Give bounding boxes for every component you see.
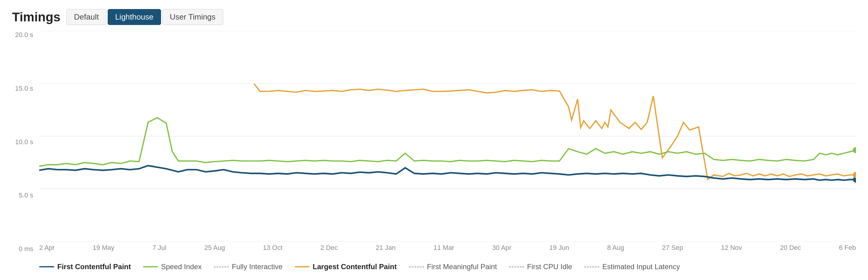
legend-line-si: [143, 266, 158, 267]
x-label-0: 2 Apr: [39, 244, 55, 256]
legend-label-fmp: First Meaningful Paint: [427, 262, 497, 271]
legend-label-fcp: First Contentful Paint: [57, 262, 131, 271]
chart-inner: 2 Apr 19 May 7 Jul 25 Aug 13 Oct 2 Dec 2…: [39, 31, 856, 271]
y-label-1: 15.0 s: [15, 84, 33, 93]
page-title: Timings: [12, 10, 60, 24]
si-dot: [853, 147, 856, 153]
legend-item-eil: Estimated Input Latency: [584, 262, 680, 271]
legend-label-lcp: Largest Contentful Paint: [313, 262, 397, 271]
x-label-7: 11 Mar: [433, 244, 454, 256]
legend-item-fci: First CPU Idle: [509, 262, 572, 271]
legend-item-fmp: First Meaningful Paint: [409, 262, 497, 271]
legend-line-fmp: [409, 267, 424, 267]
x-label-10: 8 Aug: [607, 244, 624, 256]
chart-svg: [39, 31, 856, 241]
lcp-dot: [853, 172, 856, 178]
chart-svg-container: [39, 31, 856, 241]
chart-area: 20.0 s 15.0 s 10.0 s 5.0 s 0 ms: [12, 31, 856, 271]
legend-item-fcp: First Contentful Paint: [39, 262, 131, 271]
x-label-9: 19 Jun: [549, 244, 569, 256]
x-label-14: 6 Feb: [839, 244, 856, 256]
legend-label-fci: First CPU Idle: [527, 262, 572, 271]
x-label-4: 13 Oct: [263, 244, 283, 256]
x-label-5: 2 Dec: [320, 244, 338, 256]
legend-line-eil: [584, 267, 599, 267]
tab-lighthouse[interactable]: Lighthouse: [108, 9, 161, 25]
y-axis: 20.0 s 15.0 s 10.0 s 5.0 s 0 ms: [12, 31, 36, 253]
x-label-3: 25 Aug: [204, 244, 225, 256]
legend-line-fci: [509, 267, 524, 267]
x-label-2: 7 Jul: [152, 244, 166, 256]
y-label-3: 5.0 s: [19, 191, 33, 199]
y-label-2: 10.0 s: [15, 138, 33, 146]
legend-line-lcp: [294, 266, 310, 267]
legend-label-fi: Fully Interactive: [232, 262, 283, 271]
legend-line-fi: [214, 267, 229, 267]
y-label-4: 0 ms: [19, 245, 33, 253]
x-label-1: 19 May: [93, 244, 114, 256]
legend-label-eil: Estimated Input Latency: [602, 262, 680, 271]
tab-user-timings[interactable]: User Timings: [162, 9, 223, 25]
x-label-11: 27 Sep: [662, 244, 683, 256]
header: Timings Default Lighthouse User Timings: [12, 9, 856, 25]
main-container: Timings Default Lighthouse User Timings …: [0, 0, 868, 280]
x-label-12: 12 Nov: [721, 244, 742, 256]
legend-label-si: Speed Index: [161, 262, 202, 271]
legend: First Contentful Paint Speed Index Fully…: [39, 256, 856, 271]
tab-group: Default Lighthouse User Timings: [66, 9, 223, 25]
x-label-8: 30 Apr: [492, 244, 512, 256]
legend-item-fi: Fully Interactive: [214, 262, 283, 271]
x-label-13: 20 Dec: [780, 244, 801, 256]
y-label-0: 20.0 s: [15, 31, 33, 39]
legend-line-fcp: [39, 266, 54, 267]
tab-default[interactable]: Default: [66, 9, 106, 25]
legend-item-si: Speed Index: [143, 262, 202, 271]
x-label-6: 21 Jan: [376, 244, 396, 256]
legend-item-lcp: Largest Contentful Paint: [294, 262, 397, 271]
x-axis: 2 Apr 19 May 7 Jul 25 Aug 13 Oct 2 Dec 2…: [39, 241, 856, 256]
